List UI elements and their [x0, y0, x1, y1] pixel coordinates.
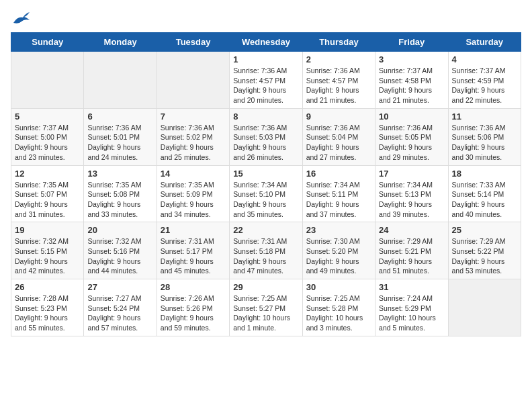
- calendar-week-5: 26Sunrise: 7:28 AMSunset: 5:23 PMDayligh…: [11, 279, 521, 336]
- calendar-week-4: 19Sunrise: 7:32 AMSunset: 5:15 PMDayligh…: [11, 222, 521, 279]
- calendar-cell: 17Sunrise: 7:34 AMSunset: 5:13 PMDayligh…: [375, 165, 448, 222]
- logo: [11, 11, 31, 26]
- calendar-cell: 19Sunrise: 7:32 AMSunset: 5:15 PMDayligh…: [11, 222, 84, 279]
- day-info: Sunrise: 7:24 AMSunset: 5:29 PMDaylight:…: [379, 293, 444, 333]
- day-info: Sunrise: 7:35 AMSunset: 5:08 PMDaylight:…: [87, 180, 152, 220]
- calendar-cell: 22Sunrise: 7:31 AMSunset: 5:18 PMDayligh…: [230, 222, 302, 279]
- day-number: 26: [15, 282, 80, 292]
- weekday-header-saturday: Saturday: [448, 33, 521, 52]
- day-info: Sunrise: 7:29 AMSunset: 5:21 PMDaylight:…: [379, 236, 444, 276]
- day-info: Sunrise: 7:34 AMSunset: 5:10 PMDaylight:…: [233, 180, 298, 220]
- calendar-cell: 28Sunrise: 7:26 AMSunset: 5:26 PMDayligh…: [157, 279, 229, 336]
- day-info: Sunrise: 7:37 AMSunset: 4:58 PMDaylight:…: [379, 66, 444, 105]
- calendar-cell: 6Sunrise: 7:36 AMSunset: 5:01 PMDaylight…: [84, 108, 157, 165]
- calendar-cell: 14Sunrise: 7:35 AMSunset: 5:09 PMDayligh…: [157, 165, 229, 222]
- day-info: Sunrise: 7:29 AMSunset: 5:22 PMDaylight:…: [452, 236, 517, 276]
- calendar-cell: 26Sunrise: 7:28 AMSunset: 5:23 PMDayligh…: [11, 279, 84, 336]
- day-info: Sunrise: 7:34 AMSunset: 5:13 PMDaylight:…: [379, 180, 444, 220]
- calendar-cell: 11Sunrise: 7:36 AMSunset: 5:06 PMDayligh…: [448, 108, 521, 165]
- weekday-header-tuesday: Tuesday: [157, 33, 229, 52]
- day-number: 5: [15, 111, 80, 122]
- day-number: 3: [379, 54, 444, 64]
- day-info: Sunrise: 7:30 AMSunset: 5:20 PMDaylight:…: [306, 236, 371, 276]
- day-info: Sunrise: 7:31 AMSunset: 5:18 PMDaylight:…: [233, 236, 298, 276]
- day-info: Sunrise: 7:34 AMSunset: 5:11 PMDaylight:…: [306, 180, 371, 220]
- calendar-cell: 31Sunrise: 7:24 AMSunset: 5:29 PMDayligh…: [375, 279, 448, 336]
- day-number: 25: [452, 225, 517, 235]
- day-number: 16: [306, 169, 371, 179]
- day-number: 7: [161, 111, 226, 122]
- day-number: 29: [233, 282, 298, 292]
- calendar-cell: 3Sunrise: 7:37 AMSunset: 4:58 PMDaylight…: [375, 52, 448, 109]
- day-number: 6: [87, 111, 152, 122]
- day-info: Sunrise: 7:36 AMSunset: 5:06 PMDaylight:…: [452, 123, 517, 163]
- calendar-table: SundayMondayTuesdayWednesdayThursdayFrid…: [11, 32, 521, 336]
- weekday-header-thursday: Thursday: [302, 33, 375, 52]
- calendar-cell: 15Sunrise: 7:34 AMSunset: 5:10 PMDayligh…: [230, 165, 302, 222]
- calendar-cell: [84, 52, 157, 109]
- calendar-cell: 25Sunrise: 7:29 AMSunset: 5:22 PMDayligh…: [448, 222, 521, 279]
- calendar-cell: 23Sunrise: 7:30 AMSunset: 5:20 PMDayligh…: [302, 222, 375, 279]
- day-number: 15: [233, 169, 298, 179]
- day-number: 9: [306, 111, 371, 122]
- day-number: 14: [161, 169, 226, 179]
- calendar-cell: 16Sunrise: 7:34 AMSunset: 5:11 PMDayligh…: [302, 165, 375, 222]
- day-info: Sunrise: 7:33 AMSunset: 5:14 PMDaylight:…: [452, 180, 517, 220]
- calendar-cell: 20Sunrise: 7:32 AMSunset: 5:16 PMDayligh…: [84, 222, 157, 279]
- day-number: 12: [15, 169, 80, 179]
- day-info: Sunrise: 7:36 AMSunset: 4:57 PMDaylight:…: [233, 66, 298, 105]
- calendar-cell: [448, 279, 521, 336]
- day-info: Sunrise: 7:37 AMSunset: 5:00 PMDaylight:…: [15, 123, 80, 163]
- weekday-header-friday: Friday: [375, 33, 448, 52]
- day-number: 8: [233, 111, 298, 122]
- calendar-cell: 1Sunrise: 7:36 AMSunset: 4:57 PMDaylight…: [230, 52, 302, 109]
- logo-bird-icon: [12, 11, 31, 26]
- calendar-cell: 30Sunrise: 7:25 AMSunset: 5:28 PMDayligh…: [302, 279, 375, 336]
- calendar-cell: [11, 52, 84, 109]
- calendar-week-3: 12Sunrise: 7:35 AMSunset: 5:07 PMDayligh…: [11, 165, 521, 222]
- calendar-cell: 29Sunrise: 7:25 AMSunset: 5:27 PMDayligh…: [230, 279, 302, 336]
- day-info: Sunrise: 7:25 AMSunset: 5:28 PMDaylight:…: [306, 293, 371, 333]
- calendar-cell: 2Sunrise: 7:36 AMSunset: 4:57 PMDaylight…: [302, 52, 375, 109]
- calendar-cell: 21Sunrise: 7:31 AMSunset: 5:17 PMDayligh…: [157, 222, 229, 279]
- day-number: 30: [306, 282, 371, 292]
- day-number: 24: [379, 225, 444, 235]
- day-info: Sunrise: 7:26 AMSunset: 5:26 PMDaylight:…: [161, 293, 226, 333]
- day-number: 23: [306, 225, 371, 235]
- calendar-cell: 24Sunrise: 7:29 AMSunset: 5:21 PMDayligh…: [375, 222, 448, 279]
- day-number: 17: [379, 169, 444, 179]
- day-info: Sunrise: 7:35 AMSunset: 5:09 PMDaylight:…: [161, 180, 226, 220]
- day-number: 31: [379, 282, 444, 292]
- day-info: Sunrise: 7:25 AMSunset: 5:27 PMDaylight:…: [233, 293, 298, 333]
- weekday-header-monday: Monday: [84, 33, 157, 52]
- calendar-cell: 7Sunrise: 7:36 AMSunset: 5:02 PMDaylight…: [157, 108, 229, 165]
- day-number: 19: [15, 225, 80, 235]
- day-info: Sunrise: 7:36 AMSunset: 5:01 PMDaylight:…: [87, 123, 152, 163]
- day-number: 27: [87, 282, 152, 292]
- day-info: Sunrise: 7:36 AMSunset: 5:02 PMDaylight:…: [161, 123, 226, 163]
- weekday-header-row: SundayMondayTuesdayWednesdayThursdayFrid…: [11, 33, 521, 52]
- day-number: 10: [379, 111, 444, 122]
- day-info: Sunrise: 7:36 AMSunset: 5:04 PMDaylight:…: [306, 123, 371, 163]
- calendar-cell: 13Sunrise: 7:35 AMSunset: 5:08 PMDayligh…: [84, 165, 157, 222]
- calendar-cell: 18Sunrise: 7:33 AMSunset: 5:14 PMDayligh…: [448, 165, 521, 222]
- day-number: 28: [161, 282, 226, 292]
- day-number: 22: [233, 225, 298, 235]
- day-number: 21: [161, 225, 226, 235]
- page-header: [11, 11, 521, 26]
- day-number: 18: [452, 169, 517, 179]
- day-info: Sunrise: 7:37 AMSunset: 4:59 PMDaylight:…: [452, 66, 517, 105]
- calendar-cell: 5Sunrise: 7:37 AMSunset: 5:00 PMDaylight…: [11, 108, 84, 165]
- calendar-cell: 27Sunrise: 7:27 AMSunset: 5:24 PMDayligh…: [84, 279, 157, 336]
- calendar-cell: 9Sunrise: 7:36 AMSunset: 5:04 PMDaylight…: [302, 108, 375, 165]
- day-number: 4: [452, 54, 517, 64]
- calendar-cell: 10Sunrise: 7:36 AMSunset: 5:05 PMDayligh…: [375, 108, 448, 165]
- calendar-cell: 4Sunrise: 7:37 AMSunset: 4:59 PMDaylight…: [448, 52, 521, 109]
- calendar-cell: 12Sunrise: 7:35 AMSunset: 5:07 PMDayligh…: [11, 165, 84, 222]
- calendar-cell: [157, 52, 229, 109]
- calendar-week-1: 1Sunrise: 7:36 AMSunset: 4:57 PMDaylight…: [11, 52, 521, 109]
- weekday-header-wednesday: Wednesday: [230, 33, 302, 52]
- day-info: Sunrise: 7:36 AMSunset: 5:03 PMDaylight:…: [233, 123, 298, 163]
- calendar-cell: 8Sunrise: 7:36 AMSunset: 5:03 PMDaylight…: [230, 108, 302, 165]
- day-info: Sunrise: 7:27 AMSunset: 5:24 PMDaylight:…: [87, 293, 152, 333]
